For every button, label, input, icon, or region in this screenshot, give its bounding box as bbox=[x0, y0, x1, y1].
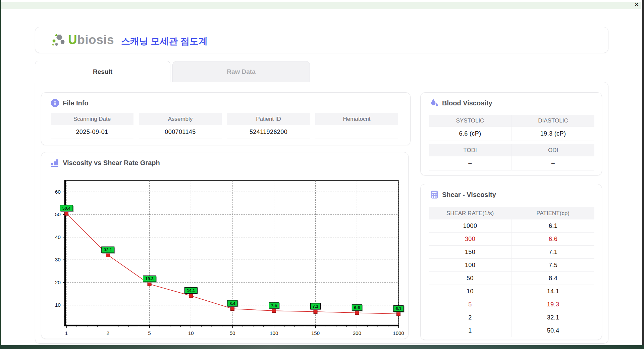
svg-text:10: 10 bbox=[188, 330, 194, 336]
window-title-bar bbox=[1, 2, 641, 9]
patient-viscosity-cell: 50.4 bbox=[512, 324, 594, 337]
file-info-title: File Info bbox=[63, 99, 89, 107]
app-window: ✕ Ubiosis 스캐닝 모세관 점도계 Result Raw Data bbox=[0, 0, 644, 349]
svg-text:50: 50 bbox=[230, 330, 235, 336]
blood-viscosity-title: Blood Viscosity bbox=[442, 99, 492, 107]
patient-viscosity-cell: 19.3 bbox=[512, 298, 594, 311]
shear-rate-column-header: SHEAR RATE(1/s) bbox=[429, 207, 512, 219]
field-scanning-date: Scanning Date 2025-09-01 bbox=[51, 113, 133, 139]
window-left-edge bbox=[0, 0, 1, 349]
shear-viscosity-title-row: Shear - Viscosity bbox=[430, 190, 496, 199]
svg-text:7.1: 7.1 bbox=[313, 304, 318, 309]
todi-header: TODI bbox=[429, 144, 512, 156]
blood-viscosity-card: Blood Viscosity SYSTOLIC DIASTOLIC 6.6 (… bbox=[420, 92, 602, 176]
ubiosis-logo-icon bbox=[51, 33, 67, 47]
shear-table-row: 3006.6 bbox=[429, 233, 594, 246]
svg-text:8.4: 8.4 bbox=[229, 301, 235, 306]
shear-viscosity-title: Shear - Viscosity bbox=[442, 191, 496, 199]
patient-viscosity-cell: 8.4 bbox=[512, 272, 594, 285]
shear-table-row: 508.4 bbox=[429, 272, 594, 285]
diastolic-header: DIASTOLIC bbox=[512, 115, 594, 127]
shear-table-row: 1007.5 bbox=[429, 259, 594, 272]
todi-value: – bbox=[429, 156, 512, 170]
patient-viscosity-cell: 7.1 bbox=[512, 246, 594, 258]
svg-text:150: 150 bbox=[311, 330, 320, 336]
info-icon bbox=[51, 99, 59, 107]
svg-text:20: 20 bbox=[55, 280, 61, 285]
field-label: Scanning Date bbox=[51, 113, 133, 125]
shear-table-header: SHEAR RATE(1/s) PATIENT(cp) bbox=[429, 207, 594, 219]
field-value bbox=[315, 125, 398, 139]
shear-rate-cell: 2 bbox=[429, 311, 512, 324]
field-assembly: Assembly 000701145 bbox=[139, 113, 222, 139]
tab-raw-data[interactable]: Raw Data bbox=[172, 61, 310, 82]
svg-text:32.1: 32.1 bbox=[104, 248, 112, 252]
svg-text:14.1: 14.1 bbox=[187, 288, 195, 293]
svg-text:6.1: 6.1 bbox=[395, 306, 401, 311]
shear-rate-cell: 1000 bbox=[429, 219, 512, 232]
svg-text:1000: 1000 bbox=[393, 330, 404, 336]
logo-letter-u: U bbox=[68, 33, 77, 47]
header-card: Ubiosis 스캐닝 모세관 점도계 bbox=[35, 27, 608, 53]
svg-text:30: 30 bbox=[55, 257, 61, 262]
systolic-header: SYSTOLIC bbox=[429, 115, 512, 127]
svg-text:300: 300 bbox=[353, 330, 361, 336]
svg-text:7.5: 7.5 bbox=[271, 303, 277, 308]
odi-value: – bbox=[512, 156, 594, 170]
logo-text-rest: biosis bbox=[77, 33, 114, 47]
svg-text:2: 2 bbox=[107, 330, 109, 336]
file-info-title-row: File Info bbox=[51, 99, 89, 107]
svg-text:19.3: 19.3 bbox=[145, 277, 153, 281]
patient-column-header: PATIENT(cp) bbox=[512, 207, 594, 219]
svg-text:40: 40 bbox=[55, 234, 61, 240]
shear-viscosity-table: SHEAR RATE(1/s) PATIENT(cp) 10006.13006.… bbox=[429, 207, 594, 337]
field-patient-id: Patient ID 52411926200 bbox=[227, 113, 310, 139]
svg-text:1: 1 bbox=[65, 330, 68, 336]
app-title: 스캐닝 모세관 점도계 bbox=[121, 35, 208, 47]
field-value: 2025-09-01 bbox=[51, 125, 133, 139]
svg-text:60: 60 bbox=[55, 189, 61, 195]
window-bottom-edge bbox=[0, 345, 644, 349]
systolic-value: 6.6 (cP) bbox=[429, 127, 512, 141]
blood-viscosity-table: SYSTOLIC DIASTOLIC 6.6 (cP) 19.3 (cP) TO… bbox=[429, 115, 594, 170]
shear-table-row: 10006.1 bbox=[429, 219, 594, 233]
shear-rate-cell: 150 bbox=[429, 246, 512, 258]
shear-viscosity-card: Shear - Viscosity SHEAR RATE(1/s) PATIEN… bbox=[420, 184, 602, 340]
shear-rate-cell: 5 bbox=[429, 298, 512, 311]
field-hematocrit: Hematocrit bbox=[315, 113, 398, 139]
svg-text:100: 100 bbox=[270, 330, 278, 336]
field-label: Hematocrit bbox=[315, 113, 398, 125]
shear-rate-cell: 1 bbox=[429, 324, 512, 337]
svg-text:6.6: 6.6 bbox=[354, 305, 360, 310]
field-value: 000701145 bbox=[139, 125, 222, 139]
shear-rate-cell: 10 bbox=[429, 285, 512, 298]
file-info-card: File Info Scanning Date 2025-09-01 Assem… bbox=[41, 92, 411, 145]
field-value: 52411926200 bbox=[227, 125, 310, 139]
calculator-icon bbox=[430, 190, 439, 199]
shear-table-row: 519.3 bbox=[429, 298, 594, 311]
patient-viscosity-cell: 7.5 bbox=[512, 259, 594, 271]
viscosity-graph-card: Viscosity vs Shear Rate Graph 1020304050… bbox=[41, 152, 409, 339]
shear-table-body: 10006.13006.61507.11007.5508.41014.1519.… bbox=[429, 219, 594, 337]
shear-table-row: 1507.1 bbox=[429, 246, 594, 259]
shear-rate-cell: 50 bbox=[429, 272, 512, 285]
shear-rate-cell: 100 bbox=[429, 259, 512, 271]
tab-result[interactable]: Result bbox=[35, 61, 170, 82]
blood-viscosity-title-row: Blood Viscosity bbox=[430, 99, 492, 107]
svg-text:5: 5 bbox=[148, 330, 151, 336]
close-icon[interactable]: ✕ bbox=[634, 1, 639, 9]
viscosity-shear-rate-chart: 1020304050601251050100150300100050.432.1… bbox=[41, 152, 409, 339]
svg-text:50.4: 50.4 bbox=[62, 206, 70, 211]
window-right-edge bbox=[642, 0, 644, 349]
shear-table-row: 232.1 bbox=[429, 311, 594, 324]
svg-text:50: 50 bbox=[55, 211, 61, 217]
patient-viscosity-cell: 32.1 bbox=[512, 311, 594, 324]
shear-rate-cell: 300 bbox=[429, 233, 512, 245]
field-label: Assembly bbox=[139, 113, 222, 125]
ubiosis-logo: Ubiosis bbox=[51, 33, 114, 47]
svg-text:10: 10 bbox=[55, 302, 61, 308]
odi-header: ODI bbox=[512, 144, 594, 156]
shear-table-row: 150.4 bbox=[429, 324, 594, 337]
patient-viscosity-cell: 6.6 bbox=[512, 233, 594, 245]
patient-viscosity-cell: 6.1 bbox=[512, 219, 594, 232]
